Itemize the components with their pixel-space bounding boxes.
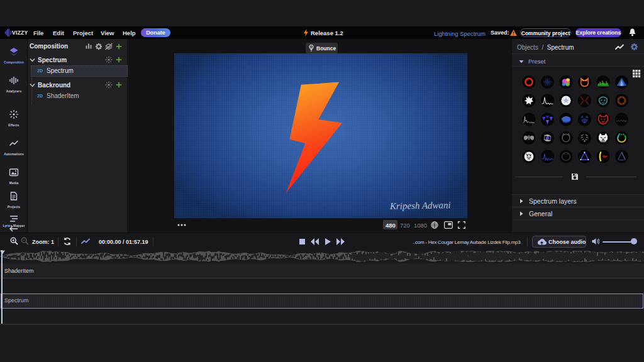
- svg-text:Kripesh Adwani: Kripesh Adwani: [389, 200, 451, 211]
